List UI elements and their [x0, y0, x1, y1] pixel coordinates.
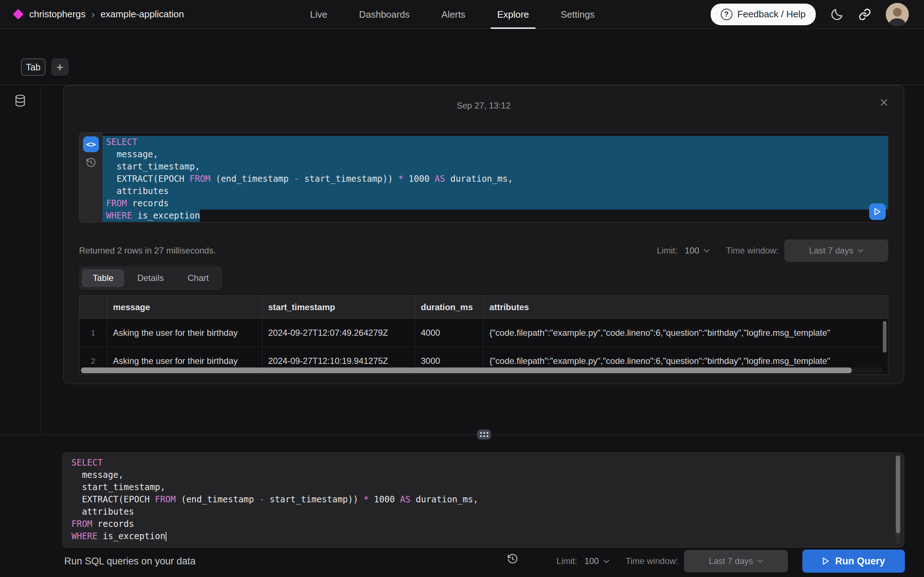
dark-mode-toggle[interactable] [830, 8, 844, 21]
row-number: 1 [79, 319, 107, 347]
limit-label-bottom: Limit: [557, 556, 577, 566]
share-link-button[interactable] [858, 8, 871, 21]
breadcrumb-org[interactable]: christophergs [29, 9, 86, 20]
feedback-help-button[interactable]: ? Feedback / Help [711, 3, 816, 25]
result-view-tabs: TableDetailsChart [79, 266, 222, 290]
sql-code-editable[interactable]: SELECT message, start_timestamp, EXTRACT… [63, 453, 904, 542]
table-row[interactable]: 1Asking the user for their birthday2024-… [79, 319, 888, 347]
query-history-button[interactable] [86, 157, 96, 168]
results-table-header: messagestart_timestampduration_msattribu… [79, 296, 888, 319]
drag-dots-icon [480, 432, 482, 434]
table-horizontal-scrollbar-thumb[interactable] [81, 367, 852, 373]
nav-item-settings[interactable]: Settings [545, 0, 611, 29]
table-horizontal-scrollbar-track[interactable] [81, 367, 883, 373]
nav-item-dashboards[interactable]: Dashboards [343, 0, 426, 29]
column-header-attributes[interactable]: attributes [484, 296, 888, 318]
limit-dropdown-bottom[interactable]: 100 [584, 556, 610, 566]
sql-line[interactable]: SELECT [102, 136, 888, 148]
close-icon [879, 98, 888, 107]
database-schema-button[interactable] [15, 95, 26, 107]
sql-code-selected[interactable]: SELECT message, start_timestamp, EXTRACT… [102, 133, 888, 222]
history-icon [86, 157, 96, 168]
results-table: messagestart_timestampduration_msattribu… [79, 295, 888, 375]
time-window-label: Time window: [726, 246, 779, 256]
query-history-button-bottom[interactable] [507, 553, 518, 565]
sql-line[interactable]: message, [68, 469, 904, 481]
table-cell[interactable]: {"code.filepath":"example.py","code.line… [484, 319, 888, 347]
editor-vertical-scrollbar-track[interactable] [895, 455, 901, 544]
query-tab[interactable]: Tab [21, 58, 45, 76]
sql-line[interactable]: start_timestamp, [102, 161, 888, 173]
pane-divider [0, 435, 924, 435]
top-navigation-bar: christophergs › example-application Live… [0, 0, 924, 29]
feedback-help-label: Feedback / Help [737, 9, 806, 20]
pane-resize-handle[interactable] [477, 429, 491, 440]
time-window-label-bottom: Time window: [625, 556, 678, 566]
chevron-down-icon [603, 559, 610, 563]
history-icon [507, 553, 518, 565]
limit-label: Limit: [657, 246, 677, 256]
help-circle-icon: ? [721, 9, 732, 20]
sql-query-display[interactable]: <> SELECT message, start_timestamp, EXTR… [79, 132, 888, 222]
table-cell[interactable]: 4000 [415, 319, 484, 347]
result-summary: Returned 2 rows in 27 milliseconds. [79, 246, 216, 256]
sql-line[interactable]: SELECT [68, 456, 904, 469]
chevron-down-icon [757, 559, 763, 563]
nav-item-explore[interactable]: Explore [481, 0, 544, 29]
editor-vertical-scrollbar-thumb[interactable] [896, 456, 900, 533]
chevron-down-icon [703, 249, 710, 253]
add-tab-button[interactable]: + [51, 58, 69, 76]
close-card-button[interactable] [878, 96, 890, 108]
sql-line[interactable]: EXTRACT(EPOCH FROM (end_timestamp - star… [102, 173, 888, 185]
time-window-dropdown[interactable]: Last 7 days [784, 239, 888, 262]
column-header-message[interactable]: message [107, 296, 262, 318]
editor-hint-text: Run SQL queries on your data [64, 556, 195, 567]
breadcrumb-chevron-icon: › [91, 9, 95, 20]
limit-dropdown[interactable]: 100 [685, 246, 710, 256]
sql-line[interactable]: WHERE is_exception [102, 210, 888, 222]
table-cell[interactable]: 2024-09-27T12:07:49.264279Z [262, 319, 415, 347]
column-header-duration_ms[interactable]: duration_ms [415, 296, 484, 318]
view-tab-chart[interactable]: Chart [177, 269, 220, 287]
table-cell[interactable]: Asking the user for their birthday [107, 319, 262, 347]
run-selected-query-button[interactable] [869, 203, 886, 220]
play-icon [822, 557, 829, 565]
header-actions: ? Feedback / Help [711, 3, 924, 26]
query-timestamp: Sep 27, 13:12 [63, 101, 904, 111]
results-table-body: 1Asking the user for their birthday2024-… [79, 319, 888, 375]
sql-line[interactable]: EXTRACT(EPOCH FROM (end_timestamp - star… [68, 493, 904, 506]
time-window-dropdown-bottom[interactable]: Last 7 days [684, 550, 788, 572]
sql-line[interactable]: start_timestamp, [68, 481, 904, 493]
bottom-controls: Limit: 100 Time window: Last 7 days Run … [557, 550, 905, 573]
left-sidebar-rail [0, 85, 41, 435]
database-icon [15, 95, 26, 107]
column-header-rownum[interactable] [79, 296, 107, 318]
nav-item-live[interactable]: Live [294, 0, 343, 29]
logfire-logo-icon[interactable] [13, 9, 24, 20]
sql-editor[interactable]: SELECT message, start_timestamp, EXTRACT… [63, 453, 904, 548]
user-avatar[interactable] [886, 3, 909, 26]
view-tab-table[interactable]: Table [82, 269, 124, 287]
query-history-card: Sep 27, 13:12 <> SELECT message, start_t… [63, 85, 904, 384]
main-nav: LiveDashboardsAlertsExploreSettings [294, 0, 611, 29]
breadcrumb-project[interactable]: example-application [100, 9, 184, 20]
chevron-down-icon [858, 249, 863, 253]
table-vertical-scrollbar[interactable] [883, 321, 887, 353]
result-summary-row: Returned 2 rows in 27 milliseconds. Limi… [79, 243, 888, 258]
code-icon[interactable]: <> [83, 136, 99, 152]
column-header-start_timestamp[interactable]: start_timestamp [262, 296, 415, 318]
sql-line[interactable]: FROM records [102, 197, 888, 210]
sql-line[interactable]: message, [102, 148, 888, 161]
run-query-button[interactable]: Run Query [802, 550, 905, 573]
sql-line[interactable]: FROM records [68, 518, 904, 530]
sql-line[interactable]: WHERE is_exception [68, 530, 904, 542]
editor-gutter: <> [79, 133, 102, 222]
moon-icon [830, 8, 844, 21]
link-icon [858, 8, 871, 21]
sql-line[interactable]: attributes [68, 506, 904, 518]
breadcrumb: christophergs › example-application [0, 9, 184, 20]
sql-line[interactable]: attributes [102, 185, 888, 197]
play-icon [874, 208, 881, 216]
view-tab-details[interactable]: Details [126, 269, 174, 287]
nav-item-alerts[interactable]: Alerts [426, 0, 481, 29]
